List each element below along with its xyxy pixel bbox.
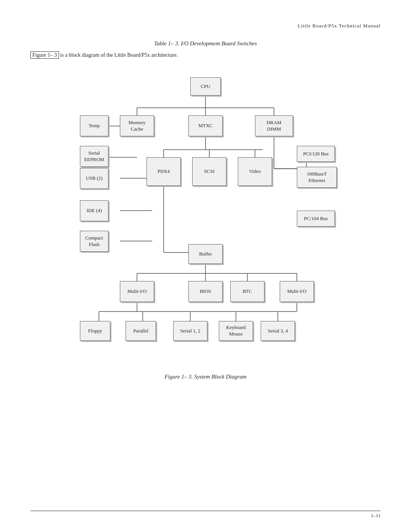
mtxc-block: MTXC xyxy=(188,115,223,136)
rtc-block: RTC xyxy=(230,281,264,302)
table-title: Table 1– 3. I/O Development Board Switch… xyxy=(30,40,381,47)
piix4-block: PIIX4 xyxy=(147,157,181,186)
keyboard-mouse-block: Keyboard Mouse xyxy=(219,321,253,341)
serial34-block: Serial 3, 4 xyxy=(261,321,295,341)
multi-io-left-block: Multi-I/O xyxy=(120,281,154,302)
compact-flash-block: Compact Flash xyxy=(80,231,108,252)
serial12-block: Serial 1, 2 xyxy=(173,321,207,341)
intro-text: is a block diagram of the Little Board/P… xyxy=(59,52,178,58)
video-block: Video xyxy=(238,157,272,186)
header-title: Little Board/P5x Technical Manual xyxy=(298,23,381,29)
figure-caption: Figure 1– 3. System Block Diagram xyxy=(30,374,381,380)
block-diagram: CPU Memory Cache MTXC DRAM DIMM Temp Ser… xyxy=(61,70,350,367)
serial-eeprom-block: Serial EEPROM xyxy=(80,146,108,167)
usb2-block: USB (2) xyxy=(80,168,108,189)
page-header: Little Board/P5x Technical Manual xyxy=(30,23,381,29)
pci120-bus-block: PCI/120 Bus xyxy=(297,146,335,162)
floppy-block: Floppy xyxy=(80,321,110,341)
temp-block: Temp xyxy=(80,115,108,136)
scsi-block: SCSI xyxy=(192,157,226,186)
multi-io-right-block: Multi-I/O xyxy=(280,281,314,302)
ide4-block: IDE (4) xyxy=(80,200,108,221)
figure-link[interactable]: Figure 1– 3 xyxy=(30,51,59,59)
pc104-bus-block: PC/104 Bus xyxy=(297,211,335,227)
bios-block: BIOS xyxy=(188,281,223,302)
intro-line: Figure 1– 3 is a block diagram of the Li… xyxy=(30,52,381,58)
dram-dimm-block: DRAM DIMM xyxy=(255,115,293,136)
footer-rule xyxy=(30,511,381,511)
100baset-ethernet-block: 100BaseT Ethernet xyxy=(297,167,337,188)
parallel-block: Parallel xyxy=(126,321,156,341)
buffer-block: Buffer xyxy=(188,244,223,264)
memory-cache-block: Memory Cache xyxy=(120,115,154,136)
page-number: 1–11 xyxy=(371,513,381,519)
cpu-block: CPU xyxy=(190,77,221,96)
